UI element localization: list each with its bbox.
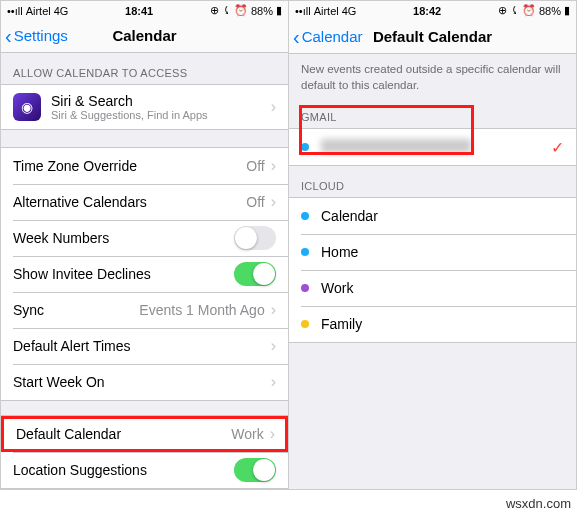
watermark: wsxdn.com: [506, 496, 571, 511]
color-dot-icon: [301, 284, 309, 292]
row-siri-search[interactable]: ◉ Siri & Search Siri & Suggestions, Find…: [1, 85, 288, 129]
checkmark-icon: ✓: [551, 138, 564, 157]
label: Show Invitee Declines: [13, 266, 234, 282]
row-icloud-home[interactable]: Home: [289, 234, 576, 270]
label: Calendar: [321, 208, 564, 224]
toggle-location-suggestions[interactable]: [234, 458, 276, 482]
siri-subtitle: Siri & Suggestions, Find in Apps: [51, 109, 271, 121]
row-default-alert-times[interactable]: Default Alert Times ›: [1, 328, 288, 364]
pane-calendar-settings: ••ıll Airtel 4G 18:41 ⊕ ⤹ ⏰ 88% ▮ ‹ Sett…: [1, 1, 288, 489]
row-show-invitee-declines[interactable]: Show Invitee Declines: [1, 256, 288, 292]
page-title: Calendar: [112, 27, 176, 44]
chevron-left-icon: ‹: [5, 26, 12, 46]
label: Time Zone Override: [13, 158, 246, 174]
status-bar: ••ıll Airtel 4G 18:41 ⊕ ⤹ ⏰ 88% ▮: [1, 1, 288, 20]
chevron-right-icon: ›: [271, 373, 276, 391]
toggle-invitee-declines[interactable]: [234, 262, 276, 286]
row-icloud-work[interactable]: Work: [289, 270, 576, 306]
row-location-suggestions[interactable]: Location Suggestions: [1, 452, 288, 488]
label: Location Suggestions: [13, 462, 234, 478]
value: Events 1 Month Ago: [139, 302, 264, 318]
chevron-right-icon: ›: [271, 301, 276, 319]
label: Week Numbers: [13, 230, 234, 246]
network: 4G: [54, 5, 69, 17]
value: Off: [246, 158, 264, 174]
battery-icon: ▮: [564, 4, 570, 17]
label: Default Calendar: [16, 426, 231, 442]
color-dot-icon: [301, 248, 309, 256]
color-dot-icon: [301, 212, 309, 220]
signal-icon: ••ıll: [295, 5, 311, 17]
chevron-right-icon: ›: [271, 193, 276, 211]
toggle-week-numbers[interactable]: [234, 226, 276, 250]
back-label: Calendar: [302, 28, 363, 45]
label: Default Alert Times: [13, 338, 271, 354]
battery-text: 88%: [251, 5, 273, 17]
section-header-icloud: ICLOUD: [289, 166, 576, 197]
gmail-account-label: [321, 139, 551, 155]
row-time-zone-override[interactable]: Time Zone Override Off ›: [1, 148, 288, 184]
back-button[interactable]: ‹ Calendar: [293, 27, 363, 47]
battery-icon: ▮: [276, 4, 282, 17]
nav-bar: ‹ Calendar Default Calendar: [289, 20, 576, 54]
label: Home: [321, 244, 564, 260]
label: Alternative Calendars: [13, 194, 246, 210]
siri-icon: ◉: [13, 93, 41, 121]
status-bar: ••ıll Airtel 4G 18:42 ⊕ ⤹ ⏰ 88% ▮: [289, 1, 576, 20]
nav-bar: ‹ Settings Calendar: [1, 20, 288, 53]
page-title: Default Calendar: [373, 28, 492, 45]
back-label: Settings: [14, 27, 68, 44]
pane-default-calendar: ••ıll Airtel 4G 18:42 ⊕ ⤹ ⏰ 88% ▮ ‹ Cale…: [288, 1, 576, 489]
section-header-gmail: GMAIL: [289, 97, 576, 128]
status-time: 18:41: [125, 5, 153, 17]
network: 4G: [342, 5, 357, 17]
siri-title: Siri & Search: [51, 93, 271, 109]
value: Work: [231, 426, 263, 442]
color-dot-icon: [301, 143, 309, 151]
row-alternative-calendars[interactable]: Alternative Calendars Off ›: [1, 184, 288, 220]
chevron-right-icon: ›: [271, 157, 276, 175]
back-button[interactable]: ‹ Settings: [5, 26, 68, 46]
chevron-right-icon: ›: [270, 425, 275, 443]
alarm-icon: ⊕ ⤹ ⏰: [498, 4, 536, 17]
label: Sync: [13, 302, 139, 318]
row-sync[interactable]: Sync Events 1 Month Ago ›: [1, 292, 288, 328]
section-header-access: ALLOW CALENDAR TO ACCESS: [1, 53, 288, 84]
carrier: Airtel: [314, 5, 339, 17]
alarm-icon: ⊕ ⤹ ⏰: [210, 4, 248, 17]
label: Family: [321, 316, 564, 332]
carrier: Airtel: [26, 5, 51, 17]
status-time: 18:42: [413, 5, 441, 17]
description-text: New events created outside a specific ca…: [289, 54, 576, 97]
signal-icon: ••ıll: [7, 5, 23, 17]
row-gmail-account[interactable]: ✓: [289, 129, 576, 165]
value: Off: [246, 194, 264, 210]
battery-text: 88%: [539, 5, 561, 17]
row-default-calendar[interactable]: Default Calendar Work ›: [1, 416, 288, 452]
label: Work: [321, 280, 564, 296]
row-icloud-family[interactable]: Family: [289, 306, 576, 342]
chevron-left-icon: ‹: [293, 27, 300, 47]
label: Start Week On: [13, 374, 271, 390]
chevron-right-icon: ›: [271, 98, 276, 116]
row-start-week-on[interactable]: Start Week On ›: [1, 364, 288, 400]
color-dot-icon: [301, 320, 309, 328]
row-icloud-calendar[interactable]: Calendar: [289, 198, 576, 234]
row-week-numbers[interactable]: Week Numbers: [1, 220, 288, 256]
chevron-right-icon: ›: [271, 337, 276, 355]
